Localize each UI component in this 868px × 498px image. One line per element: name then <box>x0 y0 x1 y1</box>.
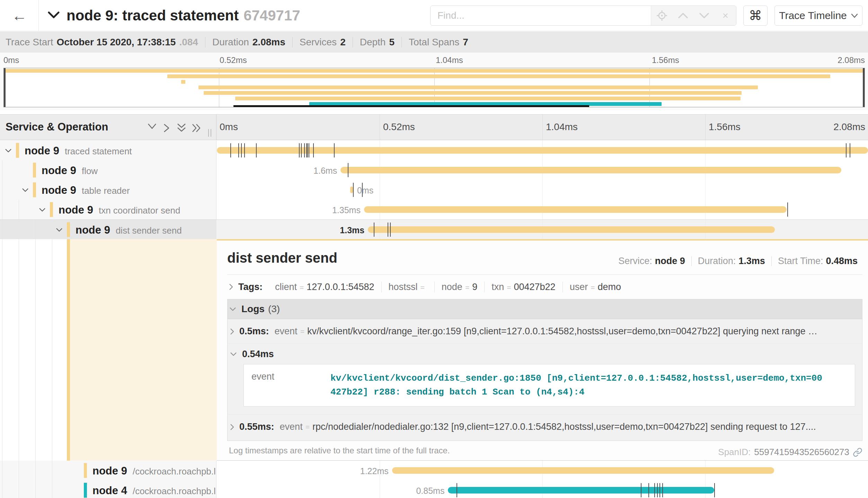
span-timeline-cell[interactable] <box>217 141 868 160</box>
collapse-trace-chevron-icon[interactable] <box>48 11 60 19</box>
log2-header[interactable]: 0.54ms <box>228 344 861 364</box>
span-duration-bar[interactable] <box>368 226 775 233</box>
detail-indent-column <box>0 239 217 461</box>
service-name: node 9 <box>76 224 110 236</box>
back-button[interactable]: ← <box>6 5 33 26</box>
collapse-one-icon[interactable] <box>147 123 157 130</box>
logs-header[interactable]: Logs (3) <box>228 299 862 319</box>
column-resize-grip[interactable] <box>208 129 211 137</box>
expand-all-icon[interactable] <box>191 123 202 133</box>
log2-fields-table: event kv/kvclient/kvcoord/dist_sender.go… <box>243 364 855 407</box>
log-marker-tick <box>230 143 231 157</box>
minimap-left-handle[interactable] <box>4 68 6 107</box>
span-timeline-cell[interactable]: 1.22ms <box>217 461 868 480</box>
tags-expand-chevron-icon[interactable] <box>229 283 233 291</box>
stat-divider <box>205 37 205 47</box>
deep-link-icon[interactable] <box>853 447 862 457</box>
log-marker-tick <box>657 483 658 497</box>
span-duration-bar[interactable] <box>340 167 841 173</box>
span-timeline-cell[interactable]: 0ms <box>217 180 868 200</box>
depth-guide <box>19 239 19 461</box>
log1-expand-chevron-icon[interactable] <box>230 328 234 335</box>
span-duration-bar[interactable] <box>392 467 774 474</box>
span-expander-chevron-icon[interactable] <box>5 148 12 153</box>
tags-row[interactable]: Tags: client = 127.0.0.1:54582 hostssl =… <box>227 276 862 298</box>
log-entry-3[interactable]: 0.55ms: event = rpc/nodedialer/nodediale… <box>228 415 861 440</box>
span-timeline-cell[interactable]: 0.85ms <box>217 480 868 498</box>
span-duration-label: 1.6ms <box>313 166 337 176</box>
span-name-label: node 4/cockroach.roachpb.l... <box>92 485 216 497</box>
operation-name: /cockroach.roachpb.l... <box>133 486 216 496</box>
log-entry-1[interactable]: 0.5ms: event = kv/kvclient/kvcoord/range… <box>228 319 861 344</box>
service-name: node 9 <box>59 204 93 216</box>
log1-value: kv/kvclient/kvcoord/range_iter.go:159 [n… <box>307 326 861 337</box>
keyboard-shortcuts-button[interactable]: ⌘ <box>743 6 768 26</box>
minimap-tick-1: 0.52ms <box>220 55 247 65</box>
selected-span-accent-bar <box>67 239 70 461</box>
span-duration-bar[interactable] <box>448 487 714 494</box>
depth-guide <box>52 239 52 461</box>
span-timeline-cell[interactable]: 1.6ms <box>217 160 868 180</box>
span-row-table-reader[interactable]: node 9table reader0ms <box>0 180 868 200</box>
span-duration-bar[interactable] <box>350 187 353 193</box>
log2-collapse-chevron-icon[interactable] <box>230 352 237 356</box>
span-row-traced-statement[interactable]: node 9traced statement <box>0 141 868 160</box>
span-row-txn-coordinator-send[interactable]: node 9txn coordinator send1.35ms <box>0 200 868 219</box>
view-selector-button[interactable]: Trace Timeline <box>774 6 862 26</box>
collapse-all-icon[interactable] <box>176 123 187 133</box>
locate-icon[interactable] <box>655 9 669 22</box>
log-marker-tick <box>301 143 302 157</box>
logs-collapse-chevron-icon[interactable] <box>229 307 237 311</box>
prev-result-icon[interactable] <box>676 9 690 22</box>
span-row-node9-roachpb[interactable]: node 9/cockroach.roachpb.l...1.22ms <box>0 461 868 480</box>
logs-count: (3) <box>268 304 280 315</box>
logs-section: Logs (3) 0.5ms: event = kv/kvclient/kvco… <box>227 299 862 441</box>
span-row-dist-sender-send[interactable]: node 9dist sender send1.3ms <box>0 219 868 239</box>
span-duration-bar[interactable] <box>217 147 868 154</box>
span-name-cell[interactable]: node 4/cockroach.roachpb.l... <box>0 480 216 498</box>
operation-name: dist sender send <box>116 225 182 236</box>
log-marker-tick <box>714 483 715 497</box>
service-color-bar <box>84 463 87 478</box>
service-name: node 9 <box>92 465 127 477</box>
log-marker-tick <box>787 202 788 217</box>
span-expander-chevron-icon[interactable] <box>21 188 29 192</box>
detail-duration-value: 1.3ms <box>738 256 765 266</box>
service-color-bar <box>67 222 70 237</box>
detail-service-value: node 9 <box>655 256 685 266</box>
log3-eq: = <box>305 423 310 431</box>
span-name-cell[interactable]: node 9table reader <box>0 180 216 200</box>
stat-divider <box>292 37 293 47</box>
span-detail-panel: dist sender send Service: node 9 Duratio… <box>217 239 868 461</box>
span-expander-chevron-icon[interactable] <box>55 227 63 232</box>
span-name-cell[interactable]: node 9/cockroach.roachpb.l... <box>0 461 216 480</box>
span-name-cell[interactable]: node 9txn coordinator send <box>0 200 216 219</box>
next-result-icon[interactable] <box>697 9 711 22</box>
span-name-cell[interactable]: node 9flow <box>0 160 216 180</box>
service-name: node 4 <box>92 485 127 497</box>
trace-start-fraction: .084 <box>179 37 198 48</box>
ruler-gridline <box>542 115 543 140</box>
log-marker-tick <box>256 143 257 157</box>
minimap-canvas[interactable] <box>3 68 865 107</box>
span-duration-label: 1.35ms <box>332 205 361 215</box>
minimap-right-handle[interactable] <box>863 68 865 107</box>
timeline-ruler: 0ms 0.52ms 1.04ms 1.56ms 2.08ms <box>217 115 868 140</box>
span-duration-bar[interactable] <box>364 206 787 213</box>
log-entry-2-expanded: 0.54ms event kv/kvclient/kvcoord/dist_se… <box>228 344 861 415</box>
expand-one-icon[interactable] <box>163 123 170 133</box>
span-name-cell[interactable]: node 9traced statement <box>0 141 216 160</box>
span-name-cell[interactable]: node 9dist sender send <box>0 220 216 239</box>
trace-start-stat: Trace Start October 15 2020, 17:38:15 .0… <box>6 37 198 48</box>
span-timeline-cell[interactable]: 1.3ms <box>217 220 868 239</box>
clear-search-icon[interactable]: × <box>718 9 732 22</box>
tags-label: Tags: <box>238 282 263 292</box>
span-timeline-cell[interactable]: 1.35ms <box>217 200 868 219</box>
span-row-flow[interactable]: node 9flow1.6ms <box>0 160 868 180</box>
log3-expand-chevron-icon[interactable] <box>230 423 234 431</box>
span-expander-chevron-icon[interactable] <box>38 207 46 212</box>
minimap-scrub-indicator[interactable] <box>233 105 589 107</box>
find-input[interactable] <box>431 6 651 25</box>
span-row-node4-roachpb[interactable]: node 4/cockroach.roachpb.l...0.85ms <box>0 480 868 498</box>
tag-hostssl: hostssl = <box>382 282 435 292</box>
